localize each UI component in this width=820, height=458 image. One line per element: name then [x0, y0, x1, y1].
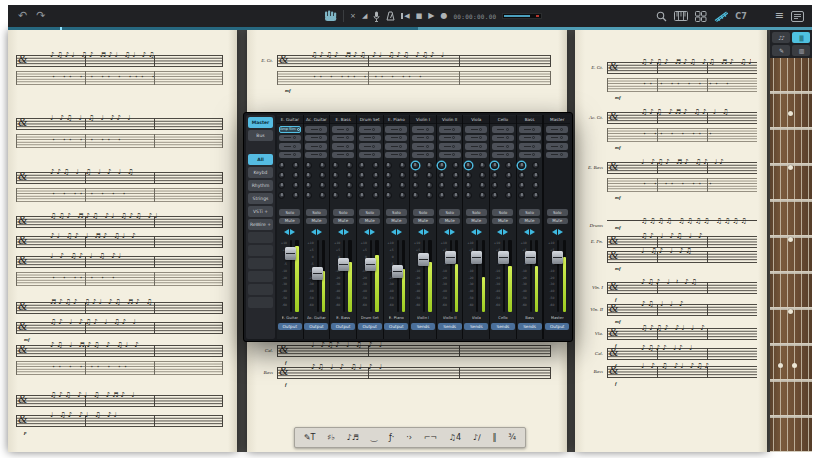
- channel-knob[interactable]: [438, 192, 445, 199]
- pan-control[interactable]: [552, 226, 563, 237]
- menu-icon[interactable]: ≡: [775, 5, 784, 27]
- mixer-tab-keybd[interactable]: Keybd: [248, 167, 273, 178]
- send-slot[interactable]: [439, 126, 461, 133]
- fader-handle[interactable]: [445, 251, 456, 264]
- timeline-strip[interactable]: [8, 27, 812, 30]
- channel-knob[interactable]: [278, 172, 285, 179]
- send-slot[interactable]: [465, 135, 487, 142]
- channel-knob[interactable]: [438, 182, 445, 189]
- mixer-tab-strings[interactable]: Strings: [248, 193, 273, 204]
- notes-rests-button[interactable]: ♪♬: [347, 434, 359, 442]
- channel-knob[interactable]: [479, 162, 486, 169]
- channel-route-button[interactable]: Sends: [518, 323, 542, 330]
- score-page-left[interactable]: &♪♫♪♩ ♫♪ ♬♪♩ ♫♩ ♪♫∙ ∙∙ ∙ ∙ ∙∙ ∙ ∙∙∙ ∙&♩ …: [8, 30, 237, 452]
- channel-knob[interactable]: [532, 182, 539, 189]
- send-slot[interactable]: [519, 126, 541, 133]
- layout-panel-icon[interactable]: [791, 11, 804, 22]
- fretboard-wood[interactable]: [770, 58, 812, 452]
- channel-knob[interactable]: [399, 162, 406, 169]
- edit-tool-button[interactable]: ✎: [772, 45, 790, 56]
- mute-button[interactable]: Mute: [466, 218, 487, 225]
- channel-knob[interactable]: [305, 182, 312, 189]
- mixer-tab-master[interactable]: Master: [248, 117, 273, 128]
- channel-knob[interactable]: [412, 192, 419, 199]
- send-slot[interactable]: [465, 126, 487, 133]
- fader-handle[interactable]: [471, 251, 482, 264]
- fader-handle[interactable]: [498, 251, 509, 264]
- pan-control[interactable]: [284, 226, 295, 237]
- channel-knob[interactable]: [292, 182, 299, 189]
- channel-route-button[interactable]: Output: [545, 323, 569, 330]
- channel-knob[interactable]: [278, 192, 285, 199]
- channel-knob[interactable]: [346, 182, 353, 189]
- metronome-icon[interactable]: [386, 11, 395, 21]
- send-slot[interactable]: [546, 143, 568, 150]
- mute-button[interactable]: Mute: [386, 218, 407, 225]
- channel-knob[interactable]: [332, 162, 339, 169]
- solo-button[interactable]: Solo: [439, 209, 460, 216]
- solo-button[interactable]: Solo: [466, 209, 487, 216]
- send-slot[interactable]: [332, 126, 354, 133]
- chord-display-button[interactable]: ▥: [792, 45, 810, 56]
- send-slot[interactable]: [359, 126, 381, 133]
- channel-knob[interactable]: [426, 192, 433, 199]
- pan-control[interactable]: [338, 226, 349, 237]
- channel-route-button[interactable]: Output: [358, 323, 382, 330]
- channel-knob[interactable]: [491, 162, 498, 169]
- channel-knob[interactable]: [332, 192, 339, 199]
- channel-knob[interactable]: [491, 182, 498, 189]
- channel-knob[interactable]: [372, 172, 379, 179]
- record-button[interactable]: ●: [440, 5, 447, 27]
- send-slot[interactable]: [519, 152, 541, 159]
- channel-knob[interactable]: [385, 182, 392, 189]
- channel-knob[interactable]: [278, 182, 285, 189]
- tuplets-button[interactable]: ⌐¬: [424, 434, 437, 442]
- channel-route-button[interactable]: Output: [384, 323, 408, 330]
- pan-control[interactable]: [311, 226, 322, 237]
- channel-knob[interactable]: [518, 172, 525, 179]
- pan-control[interactable]: [524, 226, 535, 237]
- mixer-tab-all[interactable]: All: [248, 154, 273, 165]
- solo-button[interactable]: Solo: [413, 209, 434, 216]
- pan-control[interactable]: [444, 226, 455, 237]
- send-slot[interactable]: [492, 135, 514, 142]
- channel-knob[interactable]: [358, 172, 365, 179]
- channel-knob[interactable]: [479, 182, 486, 189]
- send-slot[interactable]: [385, 152, 407, 159]
- channel-knob[interactable]: [426, 182, 433, 189]
- channel-knob[interactable]: [319, 192, 326, 199]
- channel-route-button[interactable]: Output: [331, 323, 355, 330]
- channel-knob[interactable]: [465, 162, 472, 169]
- channel-knob[interactable]: [372, 162, 379, 169]
- send-slot[interactable]: [385, 135, 407, 142]
- score-page-right[interactable]: E. Gt.&♫♪♫♪ ♬♪♫ ♪♫ ♬♪ ♫♪∙∙ ∙ ∙∙ ∙ ∙ ∙∙ ∙…: [575, 30, 767, 452]
- channel-knob[interactable]: [479, 172, 486, 179]
- channel-knob[interactable]: [412, 172, 419, 179]
- mute-button[interactable]: Mute: [439, 218, 460, 225]
- fader-handle[interactable]: [552, 251, 563, 264]
- send-slot[interactable]: [305, 135, 327, 142]
- channel-knob[interactable]: [505, 162, 512, 169]
- solo-button[interactable]: Solo: [547, 209, 568, 216]
- channel-knob[interactable]: [505, 182, 512, 189]
- channel-knob[interactable]: [452, 182, 459, 189]
- channel-knob[interactable]: [465, 192, 472, 199]
- channel-knob[interactable]: [305, 172, 312, 179]
- channel-knob[interactable]: [532, 192, 539, 199]
- channel-route-button[interactable]: Sends: [411, 323, 435, 330]
- channel-knob[interactable]: [412, 162, 419, 169]
- barlines-button[interactable]: ‖: [492, 434, 496, 442]
- channel-knob[interactable]: [319, 182, 326, 189]
- send-slot[interactable]: [492, 152, 514, 159]
- send-slot[interactable]: [359, 152, 381, 159]
- send-slot[interactable]: [332, 143, 354, 150]
- channel-route-button[interactable]: Output: [278, 323, 302, 330]
- mic-icon[interactable]: [373, 11, 380, 22]
- accidentals-button[interactable]: ♯♭: [327, 434, 335, 442]
- notation-view-button[interactable]: ♪♪: [772, 32, 790, 43]
- solo-button[interactable]: Solo: [333, 209, 354, 216]
- send-slot[interactable]: Amp Sim: [279, 126, 301, 133]
- send-slot[interactable]: [412, 152, 434, 159]
- rewind-button[interactable]: ◀: [401, 5, 409, 27]
- send-slot[interactable]: [439, 135, 461, 142]
